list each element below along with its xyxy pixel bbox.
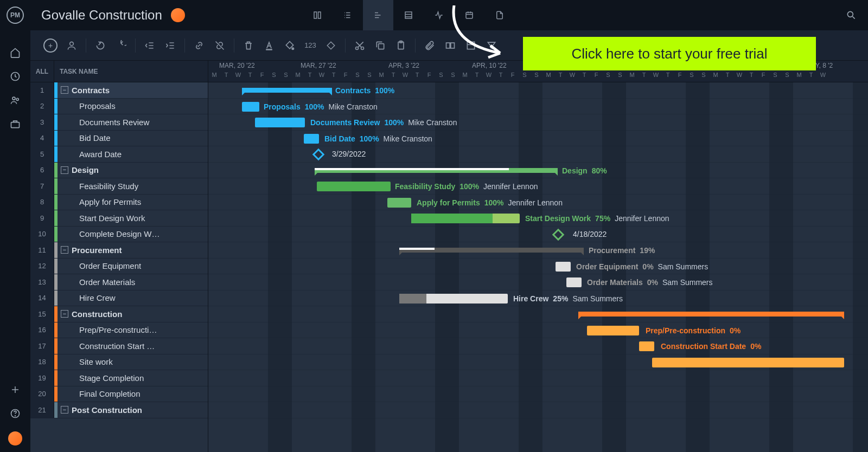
- task-row[interactable]: 12Order Equipment: [30, 259, 208, 275]
- task-bar[interactable]: [317, 182, 391, 191]
- task-bar[interactable]: [652, 358, 844, 367]
- bar-label: Procurement19%: [589, 246, 655, 255]
- number-format-icon[interactable]: 123: [304, 39, 317, 52]
- task-row[interactable]: 4Bid Date: [30, 131, 208, 147]
- summary-bar[interactable]: [315, 168, 558, 173]
- text-color-icon[interactable]: [263, 39, 276, 52]
- day-label: W: [316, 72, 328, 82]
- milestone-label: 3/29/2022: [332, 150, 366, 158]
- task-row[interactable]: 21−Post Construction: [30, 402, 208, 418]
- row-number: 14: [30, 290, 54, 306]
- task-row[interactable]: 14Hire Crew: [30, 290, 208, 307]
- user-avatar[interactable]: [8, 431, 22, 445]
- task-row[interactable]: 5Award Date: [30, 146, 208, 163]
- link-icon[interactable]: [193, 39, 206, 52]
- task-row[interactable]: 6−Design: [30, 163, 208, 179]
- undo-icon[interactable]: [94, 39, 107, 52]
- recent-icon[interactable]: [9, 70, 21, 82]
- collapse-button[interactable]: −: [61, 246, 68, 254]
- column-header-all[interactable]: ALL: [30, 61, 54, 82]
- task-row[interactable]: 17Construction Start …: [30, 338, 208, 354]
- task-bar[interactable]: [411, 214, 520, 223]
- task-bar[interactable]: [566, 277, 582, 287]
- cut-icon[interactable]: [353, 39, 366, 52]
- app-logo[interactable]: PM: [7, 7, 24, 24]
- task-name: −Construction: [58, 306, 208, 322]
- project-avatar[interactable]: [171, 8, 185, 22]
- task-bar[interactable]: [242, 102, 259, 112]
- paste-icon[interactable]: [394, 39, 407, 52]
- sheet-view-icon[interactable]: [393, 0, 424, 30]
- collapse-button[interactable]: −: [61, 406, 68, 414]
- left-rail: PM: [0, 0, 30, 452]
- fill-color-icon[interactable]: [283, 39, 296, 52]
- task-bar[interactable]: [255, 118, 305, 127]
- home-icon[interactable]: [9, 47, 21, 59]
- collapse-button[interactable]: −: [61, 166, 68, 174]
- unlink-icon[interactable]: [213, 39, 226, 52]
- task-bar[interactable]: [399, 294, 508, 304]
- task-row[interactable]: 11−Procurement: [30, 242, 208, 259]
- task-header: ALL TASK NAME: [30, 61, 208, 82]
- day-label: S: [614, 72, 626, 82]
- task-row[interactable]: 8Apply for Permits: [30, 195, 208, 211]
- summary-bar[interactable]: [578, 312, 844, 317]
- day-label: W: [566, 72, 578, 82]
- team-icon[interactable]: [9, 94, 21, 106]
- row-number: 8: [30, 195, 54, 210]
- collapse-button[interactable]: −: [61, 310, 68, 318]
- gantt-row: Order Equipment0%Sam Summers: [208, 259, 868, 275]
- task-bar[interactable]: [639, 341, 654, 351]
- gantt-view-icon[interactable]: [363, 0, 393, 30]
- row-number: 15: [30, 306, 54, 322]
- task-row[interactable]: 19Stage Completion: [30, 370, 208, 386]
- day-label: T: [220, 72, 232, 82]
- list-view-icon[interactable]: [333, 0, 363, 30]
- cta-banner[interactable]: Click here to start your free trial: [523, 37, 816, 70]
- task-row[interactable]: 2Proposals: [30, 99, 208, 115]
- task-row[interactable]: 16Prep/Pre-constructi…: [30, 322, 208, 339]
- svg-point-14: [361, 47, 364, 49]
- collapse-button[interactable]: −: [61, 86, 68, 94]
- bar-label: Start Design Work75%Jennifer Lennon: [525, 214, 669, 223]
- summary-bar[interactable]: [242, 88, 332, 93]
- task-bar[interactable]: [556, 262, 571, 272]
- redo-icon[interactable]: [114, 39, 127, 52]
- milestone-marker[interactable]: [312, 148, 325, 161]
- task-bar[interactable]: [587, 326, 639, 335]
- attachment-icon[interactable]: [423, 39, 436, 52]
- task-row[interactable]: 10Complete Design W…: [30, 227, 208, 243]
- task-bar[interactable]: [304, 134, 319, 144]
- delete-icon[interactable]: [242, 39, 255, 52]
- shape-icon[interactable]: [324, 39, 337, 52]
- help-icon[interactable]: [9, 408, 21, 419]
- row-number: 5: [30, 146, 54, 162]
- task-bar[interactable]: [387, 198, 411, 208]
- briefcase-icon[interactable]: [9, 118, 21, 130]
- summary-bar[interactable]: [399, 248, 584, 253]
- outdent-icon[interactable]: [143, 39, 156, 52]
- search-icon[interactable]: [845, 9, 857, 21]
- plus-icon[interactable]: [9, 384, 21, 396]
- task-row[interactable]: 15−Construction: [30, 306, 208, 322]
- task-row[interactable]: 7Feasibility Study: [30, 178, 208, 195]
- task-name: Site work: [58, 354, 208, 370]
- milestone-marker[interactable]: [552, 228, 565, 241]
- board-view-icon[interactable]: [302, 0, 333, 30]
- day-label: W: [483, 72, 495, 82]
- gantt-row: [208, 386, 868, 403]
- indent-icon[interactable]: [164, 39, 177, 52]
- task-row[interactable]: 13Order Materials: [30, 274, 208, 290]
- assign-icon[interactable]: [65, 39, 78, 52]
- task-row[interactable]: 1−Contracts: [30, 82, 208, 99]
- day-label: W: [733, 72, 745, 82]
- task-row[interactable]: 3Documents Review: [30, 114, 208, 131]
- task-name: Bid Date: [58, 131, 208, 146]
- column-header-name[interactable]: TASK NAME: [54, 61, 208, 82]
- task-row[interactable]: 20Final Completion: [30, 386, 208, 403]
- add-task-button[interactable]: +: [43, 38, 58, 53]
- task-row[interactable]: 18Site work: [30, 354, 208, 371]
- gantt-chart[interactable]: MAR, 20 '22MAR, 27 '22APR, 3 '22APR, 10 …: [208, 61, 868, 452]
- copy-icon[interactable]: [374, 39, 387, 52]
- task-row[interactable]: 9Start Design Work: [30, 210, 208, 227]
